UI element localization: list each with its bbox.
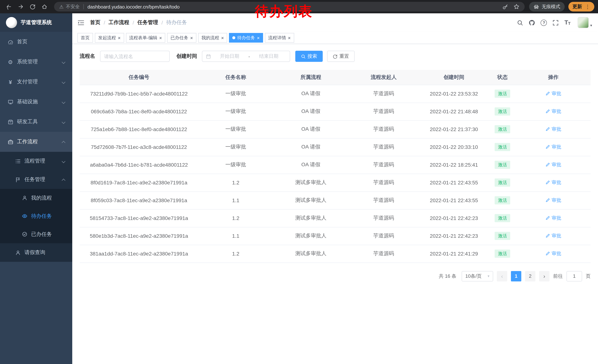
sidebar-item-process-mgmt[interactable]: 流程管理 xyxy=(0,152,72,170)
close-icon[interactable]: × xyxy=(221,35,224,40)
sidebar-item-infra[interactable]: 基础设施 xyxy=(0,92,72,112)
chevron-down-icon xyxy=(62,120,65,124)
process-name-input[interactable] xyxy=(100,51,170,62)
close-icon[interactable]: × xyxy=(257,35,260,40)
sidebar-item-system[interactable]: ⚙ 系统管理 xyxy=(0,52,72,72)
browser-menu-icon[interactable]: ⋮ xyxy=(585,4,590,9)
cell-task-name: 1.2 xyxy=(198,245,273,263)
page-size-select[interactable]: 10条/页 ▾ xyxy=(462,271,493,281)
search-button[interactable]: 搜索 xyxy=(295,51,323,62)
table-row: 381aa1dd-7ac8-11ec-a9e2-a2380e71991a 1.2… xyxy=(80,245,590,263)
sidebar-item-label: 研发工具 xyxy=(17,119,38,125)
table-row: 8f0d1619-7ac8-11ec-a9e2-a2380e71991a 1.2… xyxy=(80,174,590,191)
browser-toolbar: ⚠ 不安全 dashboard.yudao.iocoder.cn/bpm/tas… xyxy=(0,0,598,13)
tab-my-process[interactable]: 我的流程× xyxy=(198,33,227,43)
cell-process: 测试多审批人 xyxy=(273,174,348,191)
close-icon[interactable]: × xyxy=(190,35,193,40)
person-chat-icon xyxy=(22,195,27,201)
cell-starter: 芋道源码 xyxy=(349,156,419,174)
sidebar-item-task-mgmt[interactable]: 任务管理 xyxy=(0,170,72,189)
edit-icon xyxy=(545,198,550,203)
goto-page-input[interactable] xyxy=(566,271,582,281)
fullscreen-icon[interactable] xyxy=(553,19,559,26)
page-button-2[interactable]: 2 xyxy=(525,271,535,281)
approve-link[interactable]: 审批 xyxy=(545,179,561,186)
page-content: 流程名 创建时间 开始日期 - 结束日期 搜索 重 xyxy=(72,44,598,364)
breadcrumb-separator: / xyxy=(104,20,105,25)
table-row: 75d72608-7b7f-11ec-a3c8-acde48001122 一级审… xyxy=(80,138,590,156)
sidebar-item-done-task[interactable]: 已办任务 xyxy=(0,225,72,243)
browser-update-button[interactable]: 更新 ⋮ xyxy=(568,2,594,11)
tab-label: 我的流程 xyxy=(201,35,219,41)
close-icon[interactable]: × xyxy=(288,35,291,40)
password-key-icon[interactable] xyxy=(502,4,508,10)
cell-status: 激活 xyxy=(489,245,516,263)
tab-start-process[interactable]: 发起流程× xyxy=(95,33,124,43)
app-logo[interactable]: 芋道管理系统 xyxy=(0,13,72,32)
cell-task-id: 73211d9d-7b9b-11ec-b5b7-acde48001122 xyxy=(80,85,198,103)
user-avatar-menu[interactable]: ▾ xyxy=(578,17,592,28)
approve-link[interactable]: 审批 xyxy=(545,90,561,97)
edit-icon xyxy=(545,234,550,238)
tab-process-form-edit[interactable]: 流程表单-编辑× xyxy=(126,33,165,43)
status-badge: 激活 xyxy=(495,161,510,169)
approve-label: 审批 xyxy=(552,215,561,221)
sidebar-item-my-process[interactable]: 我的流程 xyxy=(0,189,72,207)
approve-link[interactable]: 审批 xyxy=(545,197,561,204)
reset-button[interactable]: 重置 xyxy=(327,51,355,62)
tab-process-detail[interactable]: 流程详情× xyxy=(265,33,294,43)
breadcrumb-task-mgmt[interactable]: 任务管理 xyxy=(137,19,158,26)
browser-refresh-icon[interactable] xyxy=(30,4,36,10)
table-row: 580e1b3d-7ac8-11ec-a9e2-a2380e71991a 1.1… xyxy=(80,227,590,245)
font-size-small-glyph: T xyxy=(568,22,570,25)
approve-link[interactable]: 审批 xyxy=(545,126,561,133)
tab-todo-task[interactable]: 待办任务× xyxy=(229,33,263,43)
app-title: 芋道管理系统 xyxy=(21,19,52,26)
flag-icon xyxy=(15,177,21,182)
close-icon[interactable]: × xyxy=(118,35,121,40)
approve-link[interactable]: 审批 xyxy=(545,233,561,239)
sidebar-item-payment[interactable]: ¥ 支付管理 xyxy=(0,72,72,92)
table-row: 8f059c03-7ac8-11ec-a9e2-a2380e71991a 1.1… xyxy=(80,191,590,209)
cell-status: 激活 xyxy=(489,120,516,138)
sidebar-item-home[interactable]: 首页 xyxy=(0,32,72,52)
approve-link[interactable]: 审批 xyxy=(545,162,561,168)
cell-task-name: 1.1 xyxy=(198,191,273,209)
status-badge: 激活 xyxy=(495,249,510,258)
approve-label: 审批 xyxy=(552,233,561,239)
approve-link[interactable]: 审批 xyxy=(545,215,561,221)
edit-icon xyxy=(545,109,550,114)
sidebar-item-devtools[interactable]: 研发工具 xyxy=(0,112,72,132)
approve-label: 审批 xyxy=(552,197,561,204)
search-icon[interactable] xyxy=(517,19,523,26)
close-icon[interactable]: × xyxy=(159,35,162,40)
breadcrumb-home[interactable]: 首页 xyxy=(90,19,100,26)
approve-link[interactable]: 审批 xyxy=(545,108,561,115)
gear-icon: ⚙ xyxy=(8,59,13,65)
tags-view: 首页 发起流程× 流程表单-编辑× 已办任务× 我的流程× 待办任务× 流程详情… xyxy=(72,32,598,44)
sidebar-item-leave-query[interactable]: 请假查询 xyxy=(0,243,72,262)
github-icon[interactable] xyxy=(529,19,535,26)
sidebar-item-workflow[interactable]: 工作流程 xyxy=(0,132,72,152)
cell-created: 2022-01-22 23:53:32 xyxy=(419,85,489,103)
help-icon[interactable]: ? xyxy=(541,19,547,26)
date-range-picker[interactable]: 开始日期 - 结束日期 xyxy=(202,51,290,62)
approve-link[interactable]: 审批 xyxy=(545,250,561,257)
font-size-icon[interactable]: TT xyxy=(565,20,571,25)
tab-home[interactable]: 首页 xyxy=(77,33,93,43)
prev-page-button[interactable]: ‹ xyxy=(497,271,507,281)
browser-home-icon[interactable] xyxy=(42,4,47,10)
cell-status: 激活 xyxy=(489,174,516,191)
sidebar-toggle-icon[interactable] xyxy=(78,19,84,26)
breadcrumb-workflow[interactable]: 工作流程 xyxy=(108,19,129,26)
bookmark-star-icon[interactable] xyxy=(514,4,519,10)
breadcrumb: 首页 / 工作流程 / 任务管理 / 待办任务 xyxy=(90,19,187,26)
next-page-button[interactable]: › xyxy=(539,271,549,281)
tab-done-task[interactable]: 已办任务× xyxy=(167,33,196,43)
approve-link[interactable]: 审批 xyxy=(545,144,561,150)
table-row: a6aba0a4-7b6d-11ec-b781-acde48001122 一级审… xyxy=(80,156,590,174)
browser-forward-icon[interactable] xyxy=(18,4,24,10)
browser-back-icon[interactable] xyxy=(6,4,12,10)
page-button-1[interactable]: 1 xyxy=(511,271,521,281)
sidebar-item-todo-task[interactable]: 待办任务 xyxy=(0,207,72,225)
